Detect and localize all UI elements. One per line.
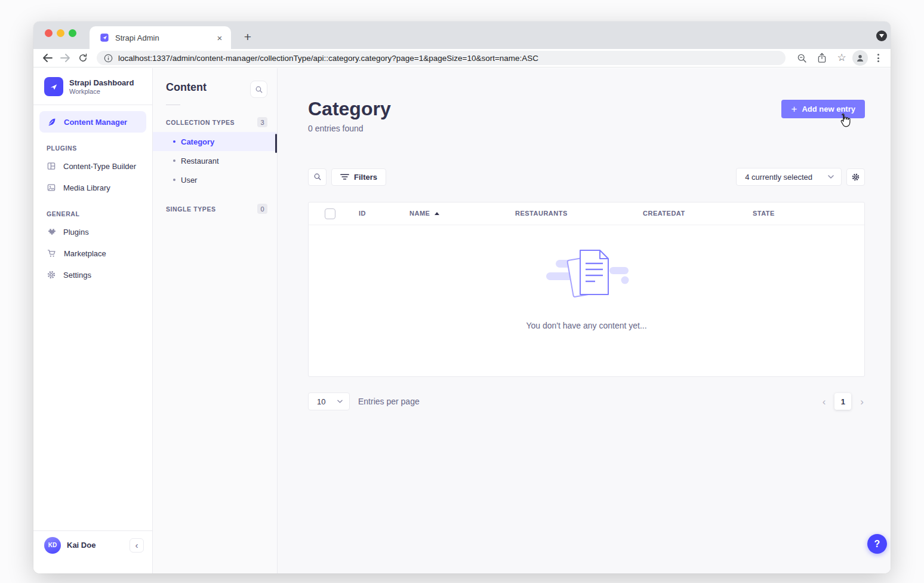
page-size-dropdown[interactable]: 10 (308, 392, 350, 410)
close-tab-icon[interactable]: × (214, 33, 225, 43)
page-size-value: 10 (317, 397, 325, 406)
subnav-item-label: User (181, 176, 197, 185)
single-types-count-badge: 0 (257, 204, 267, 214)
table-header-row: ID NAME RESTAURANTS CREATEDAT STATE (309, 202, 864, 225)
puzzle-icon (47, 227, 56, 237)
bullet-icon (173, 179, 175, 181)
strapi-favicon-icon (100, 33, 109, 42)
sidebar-item-label: Content Manager (64, 118, 127, 127)
url-bar[interactable]: localhost:1337/admin/content-manager/col… (97, 51, 786, 65)
next-page-button[interactable]: › (859, 397, 865, 407)
image-icon (47, 183, 56, 192)
help-button[interactable]: ? (867, 534, 887, 554)
sort-ascending-icon (435, 212, 439, 215)
sidebar-section-general: GENERAL (33, 198, 152, 221)
feather-pen-icon (47, 117, 57, 127)
bullet-icon (173, 159, 175, 162)
empty-documents-illustration (535, 246, 638, 300)
subnav-search-button[interactable] (250, 81, 267, 98)
browser-tab[interactable]: Strapi Admin × (90, 26, 231, 49)
url-text: localhost:1337/admin/content-manager/col… (118, 54, 538, 63)
entries-count: 0 entries found (308, 124, 391, 133)
collection-types-count-badge: 3 (257, 117, 267, 127)
current-page-button[interactable]: 1 (834, 393, 851, 410)
column-header-createdat[interactable]: CREATEDAT (643, 210, 685, 217)
bullet-icon (173, 140, 175, 143)
collapse-sidebar-button[interactable]: ‹ (130, 538, 144, 553)
sidebar-item-settings[interactable]: Settings (39, 264, 146, 286)
sidebar-item-plugins[interactable]: Plugins (39, 221, 146, 243)
subnav-item-label: Category (181, 137, 214, 146)
subnav-item-user[interactable]: User (153, 170, 277, 189)
sidebar-item-label: Content-Type Builder (63, 162, 136, 171)
browser-tab-strip: Strapi Admin × + (33, 22, 891, 49)
workspace-title: Strapi Dashboard (69, 78, 134, 88)
entries-per-page-label: Entries per page (358, 397, 420, 406)
main-sidebar: Strapi Dashboard Workplace Content Manag… (33, 68, 153, 573)
zoom-out-icon[interactable] (793, 50, 811, 66)
page-title: Category (308, 97, 391, 121)
forward-button[interactable] (56, 50, 74, 66)
minimize-window-button[interactable] (57, 29, 64, 37)
strapi-app: Strapi Dashboard Workplace Content Manag… (33, 68, 891, 573)
table-settings-button[interactable] (846, 168, 865, 186)
sidebar-item-label: Media Library (63, 183, 110, 192)
gear-icon (47, 270, 56, 280)
sidebar-item-label: Marketplace (64, 249, 106, 258)
column-header-state[interactable]: STATE (753, 210, 775, 217)
tab-title: Strapi Admin (115, 33, 214, 42)
chevron-down-icon (828, 175, 834, 179)
back-button[interactable] (38, 50, 56, 66)
close-window-button[interactable] (45, 29, 53, 37)
user-row: KD Kai Doe ‹ (33, 530, 152, 573)
reload-button[interactable] (74, 50, 92, 66)
collection-types-header: COLLECTION TYPES (166, 119, 235, 126)
column-header-restaurants[interactable]: RESTAURANTS (515, 210, 568, 217)
fields-selected-dropdown[interactable]: 4 currently selected (736, 168, 842, 186)
sidebar-item-label: Settings (63, 271, 91, 280)
workspace-header[interactable]: Strapi Dashboard Workplace (33, 68, 152, 105)
site-info-icon[interactable] (104, 54, 113, 63)
sidebar-section-plugins: PLUGINS (33, 133, 152, 155)
user-name: Kai Doe (67, 541, 124, 550)
sidebar-item-label: Plugins (63, 228, 89, 237)
add-new-entry-label: Add new entry (802, 105, 855, 113)
sidebar-item-content-type-builder[interactable]: Content-Type Builder (39, 155, 146, 177)
sidebar-item-media-library[interactable]: Media Library (39, 177, 146, 198)
select-all-checkbox[interactable] (325, 208, 335, 219)
sidebar-item-content-manager[interactable]: Content Manager (39, 111, 146, 133)
browser-window: Strapi Admin × + localhost:1337/admin/co… (33, 22, 891, 573)
plus-icon: + (791, 104, 797, 114)
sidebar-item-marketplace[interactable]: Marketplace (39, 243, 146, 264)
browser-toolbar: localhost:1337/admin/content-manager/col… (33, 49, 891, 67)
new-tab-button[interactable]: + (239, 29, 257, 45)
chevron-down-icon (337, 400, 343, 403)
empty-state-message: You don't have any content yet... (309, 321, 864, 330)
bookmark-star-icon[interactable]: ☆ (833, 50, 850, 66)
strapi-logo-icon (44, 77, 63, 96)
fields-selected-value: 4 currently selected (745, 173, 812, 182)
subnav-item-restaurant[interactable]: Restaurant (153, 151, 277, 170)
browser-profile-avatar[interactable] (852, 50, 868, 66)
subnav-scrollbar[interactable] (275, 134, 277, 153)
single-types-header: SINGLE TYPES (166, 205, 216, 213)
filters-label: Filters (354, 173, 377, 182)
tab-search-button[interactable] (876, 30, 887, 41)
previous-page-button[interactable]: ‹ (821, 397, 827, 407)
entries-table: ID NAME RESTAURANTS CREATEDAT STATE (308, 202, 865, 377)
user-avatar[interactable]: KD (44, 537, 61, 554)
table-search-button[interactable] (308, 168, 327, 186)
subnav-item-category[interactable]: Category (153, 132, 277, 151)
fullscreen-window-button[interactable] (69, 29, 76, 37)
add-new-entry-button[interactable]: + Add new entry (781, 100, 865, 118)
layout-grid-icon (47, 161, 56, 171)
subnav-item-label: Restaurant (181, 157, 219, 165)
share-icon[interactable] (813, 50, 831, 66)
column-header-name[interactable]: NAME (409, 210, 439, 217)
browser-menu-icon[interactable] (870, 54, 886, 62)
column-header-id[interactable]: ID (359, 210, 366, 217)
empty-state: You don't have any content yet... (309, 246, 864, 330)
cart-icon (47, 248, 57, 258)
filters-button[interactable]: Filters (331, 168, 386, 186)
content-subnav: Content COLLECTION TYPES 3 Category Rest… (153, 68, 278, 573)
